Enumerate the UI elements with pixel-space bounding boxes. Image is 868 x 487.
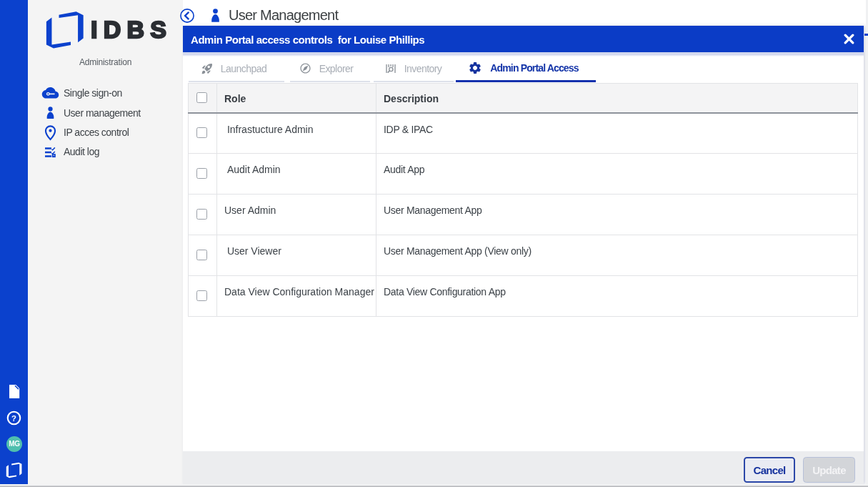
svg-text:?: ? xyxy=(11,414,16,423)
svg-text:IDBS: IDBS xyxy=(91,17,170,40)
